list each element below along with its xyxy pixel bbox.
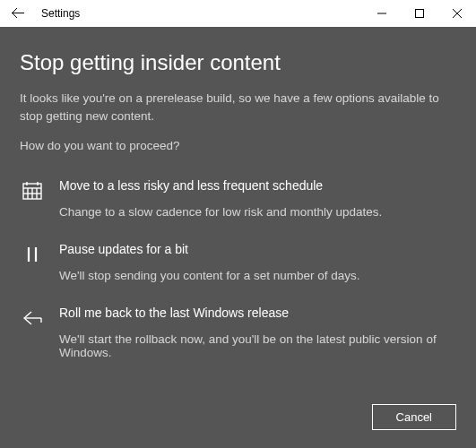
- option-pause-updates[interactable]: Pause updates for a bit We'll stop sendi…: [20, 242, 456, 282]
- option-slow-schedule[interactable]: Move to a less risky and less frequent s…: [20, 178, 456, 219]
- option-title: Pause updates for a bit: [59, 242, 456, 256]
- maximize-icon: [415, 9, 424, 18]
- svg-rect-1: [416, 10, 424, 18]
- option-desc: Change to a slow cadence for low risk an…: [59, 205, 456, 219]
- window-title: Settings: [36, 7, 363, 20]
- minimize-button[interactable]: [363, 0, 401, 27]
- rollback-arrow-icon: [20, 306, 45, 359]
- back-arrow-icon: 🡠: [11, 5, 25, 22]
- option-desc: We'll stop sending you content for a set…: [59, 269, 456, 282]
- option-title: Roll me back to the last Windows release: [59, 306, 456, 320]
- minimize-icon: [377, 9, 386, 18]
- option-rollback[interactable]: Roll me back to the last Windows release…: [20, 306, 456, 359]
- dialog-question: How do you want to proceed?: [20, 137, 456, 155]
- back-button[interactable]: 🡠: [0, 0, 36, 27]
- dialog-content: Stop getting insider content It looks li…: [0, 27, 476, 448]
- close-button[interactable]: [438, 0, 476, 27]
- option-desc: We'll start the rollback now, and you'll…: [59, 332, 456, 359]
- dialog-heading: Stop getting insider content: [20, 50, 456, 75]
- titlebar: 🡠 Settings: [0, 0, 476, 27]
- option-title: Move to a less risky and less frequent s…: [59, 178, 456, 193]
- close-icon: [453, 9, 462, 18]
- window-controls: [363, 0, 476, 27]
- cancel-button[interactable]: Cancel: [372, 404, 456, 430]
- dialog-intro: It looks like you're on a prerelease bui…: [20, 90, 456, 125]
- dialog-footer: Cancel: [0, 404, 476, 430]
- pause-icon: [20, 242, 45, 282]
- calendar-icon: [20, 178, 45, 219]
- maximize-button[interactable]: [401, 0, 438, 27]
